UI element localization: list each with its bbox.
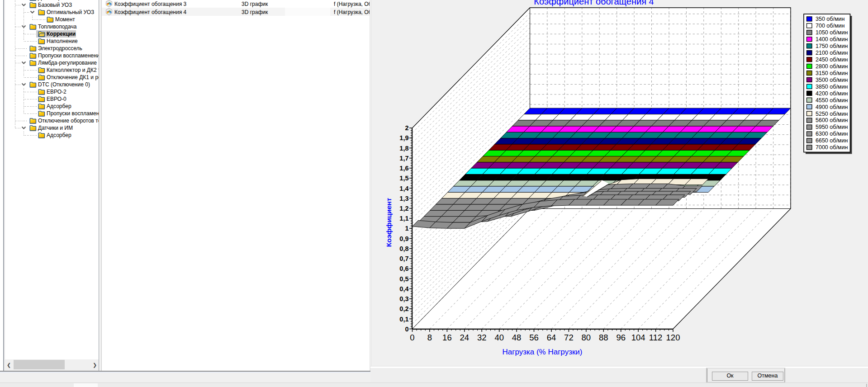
svg-text:56: 56 bbox=[529, 333, 539, 342]
svg-text:1,9: 1,9 bbox=[399, 134, 408, 142]
svg-text:112: 112 bbox=[649, 333, 663, 342]
svg-text:Нагрузка (% Нагрузки): Нагрузка (% Нагрузки) bbox=[502, 348, 582, 356]
svg-text:1400 об/мин: 1400 об/мин bbox=[816, 36, 848, 42]
svg-text:1,5: 1,5 bbox=[399, 175, 408, 182]
svg-text:0: 0 bbox=[410, 333, 414, 342]
svg-text:24: 24 bbox=[460, 333, 470, 342]
svg-text:6300 об/мин: 6300 об/мин bbox=[816, 131, 848, 137]
svg-text:0: 0 bbox=[405, 326, 408, 333]
svg-text:88: 88 bbox=[599, 333, 608, 342]
svg-text:0,6: 0,6 bbox=[399, 265, 408, 272]
svg-text:1750 об/мин: 1750 об/мин bbox=[816, 43, 848, 49]
svg-text:32: 32 bbox=[477, 333, 487, 342]
svg-text:3500 об/мин: 3500 об/мин bbox=[816, 77, 848, 83]
svg-text:1,1: 1,1 bbox=[399, 215, 408, 222]
svg-text:40: 40 bbox=[494, 333, 504, 342]
svg-text:8: 8 bbox=[427, 333, 432, 342]
svg-text:2: 2 bbox=[405, 124, 408, 132]
svg-text:0,7: 0,7 bbox=[399, 255, 408, 262]
svg-text:5600 об/мин: 5600 об/мин bbox=[816, 117, 848, 123]
svg-text:5950 об/мин: 5950 об/мин bbox=[816, 124, 848, 130]
svg-text:64: 64 bbox=[547, 333, 556, 342]
svg-text:3850 об/мин: 3850 об/мин bbox=[816, 84, 848, 90]
svg-text:1,3: 1,3 bbox=[399, 195, 408, 202]
svg-text:5250 об/мин: 5250 об/мин bbox=[816, 111, 848, 117]
svg-text:4550 об/мин: 4550 об/мин bbox=[816, 97, 848, 104]
svg-text:0,8: 0,8 bbox=[399, 245, 408, 252]
svg-text:0,2: 0,2 bbox=[399, 305, 408, 312]
svg-text:3150 об/мин: 3150 об/мин bbox=[816, 70, 848, 76]
svg-text:4200 об/мин: 4200 об/мин bbox=[816, 90, 848, 97]
svg-text:350 об/мин: 350 об/мин bbox=[816, 16, 844, 22]
svg-text:0,4: 0,4 bbox=[399, 285, 408, 293]
svg-text:1,6: 1,6 bbox=[399, 165, 408, 172]
svg-text:0,9: 0,9 bbox=[399, 235, 408, 242]
svg-text:0,3: 0,3 bbox=[399, 295, 408, 302]
svg-text:0,5: 0,5 bbox=[399, 275, 408, 283]
svg-text:6650 об/мин: 6650 об/мин bbox=[816, 137, 848, 144]
svg-text:0,1: 0,1 bbox=[399, 316, 408, 323]
svg-text:48: 48 bbox=[512, 333, 522, 342]
svg-text:1,2: 1,2 bbox=[399, 205, 408, 212]
svg-text:Коэффициент: Коэффициент bbox=[385, 198, 393, 247]
svg-text:16: 16 bbox=[442, 333, 452, 342]
svg-text:1: 1 bbox=[405, 225, 408, 232]
svg-text:80: 80 bbox=[582, 333, 591, 342]
svg-text:1,4: 1,4 bbox=[399, 185, 408, 192]
svg-text:4900 об/мин: 4900 об/мин bbox=[816, 104, 848, 110]
svg-text:1,8: 1,8 bbox=[399, 145, 408, 152]
svg-text:1050 об/мин: 1050 об/мин bbox=[816, 29, 848, 36]
svg-text:120: 120 bbox=[666, 333, 680, 342]
svg-text:72: 72 bbox=[564, 333, 574, 342]
svg-text:1,7: 1,7 bbox=[399, 155, 408, 162]
svg-text:7000 об/мин: 7000 об/мин bbox=[816, 144, 848, 151]
svg-text:Коэффициент обогащения 4: Коэффициент обогащения 4 bbox=[534, 0, 654, 6]
svg-text:2450 об/мин: 2450 об/мин bbox=[816, 57, 848, 63]
svg-text:96: 96 bbox=[616, 333, 626, 342]
svg-text:2800 об/мин: 2800 об/мин bbox=[816, 63, 848, 70]
svg-text:700 об/мин: 700 об/мин bbox=[816, 23, 844, 29]
svg-text:2100 об/мин: 2100 об/мин bbox=[816, 50, 848, 56]
svg-text:104: 104 bbox=[631, 333, 645, 342]
